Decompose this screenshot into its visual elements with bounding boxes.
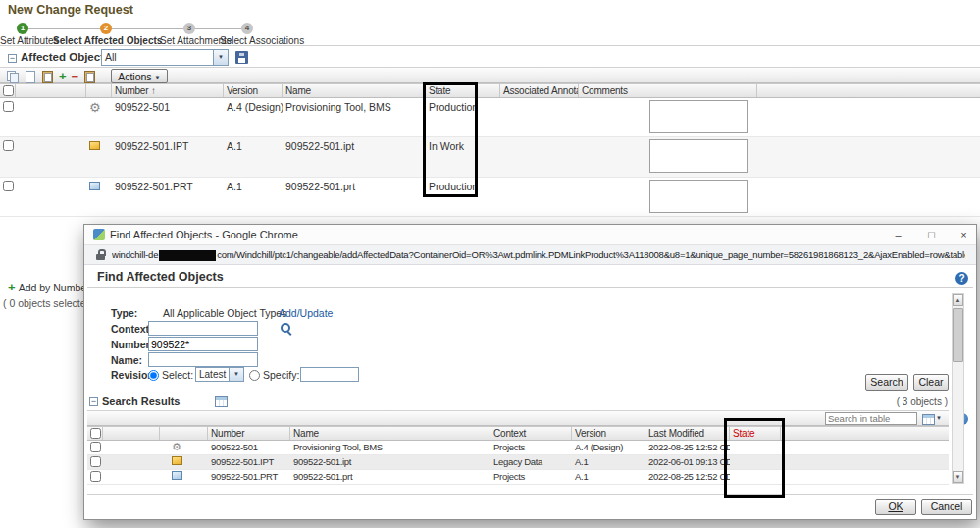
window-title-bar[interactable]: Find Affected Objects - Google Chrome – …	[84, 225, 976, 245]
comments-textarea[interactable]	[649, 180, 748, 213]
part-gear-icon: ⚙	[89, 101, 101, 114]
help-icon[interactable]: ?	[955, 272, 968, 285]
dialog-scrollbar[interactable]: ▲ ▼	[952, 293, 964, 484]
clear-button[interactable]: Clear	[913, 374, 949, 391]
table-row: 909522-501.PRT A.1 909522-501.prt Produc…	[0, 178, 980, 217]
row-checkbox[interactable]	[3, 181, 14, 191]
specify-label: Specify:	[263, 369, 299, 381]
column-header-number[interactable]: Number ↑	[112, 84, 224, 97]
search-results-section-title: Search Results	[102, 396, 180, 407]
number-input[interactable]	[148, 337, 258, 351]
add-update-link[interactable]: Add/Update	[279, 307, 333, 319]
column-header-name[interactable]: Name	[283, 84, 426, 97]
scrollbar-thumb[interactable]	[953, 308, 963, 362]
new-document-icon[interactable]	[24, 70, 36, 82]
sort-ascending-icon[interactable]: ↑	[151, 85, 156, 96]
scroll-down-arrow[interactable]: ▼	[953, 471, 963, 483]
comments-textarea[interactable]	[649, 100, 748, 133]
row-checkbox[interactable]	[3, 140, 14, 151]
row-checkbox[interactable]	[90, 442, 101, 452]
context-input[interactable]	[148, 321, 258, 336]
paste-special-icon[interactable]	[83, 70, 96, 82]
close-button[interactable]: ×	[956, 228, 971, 242]
comments-textarea[interactable]	[649, 139, 748, 173]
column-header-last-modified[interactable]: Last Modified	[645, 427, 730, 440]
column-header-comments[interactable]: Comments	[579, 84, 757, 97]
url-text[interactable]: windchill-decom/Windchill/ptc1/changeabl…	[112, 249, 965, 261]
results-table-row[interactable]: ⚙ 909522-501 Provisioning Tool, BMS Proj…	[87, 441, 949, 455]
row-spacer	[103, 470, 160, 472]
view-dropdown-value: All	[102, 50, 213, 65]
remove-object-icon[interactable]: −	[72, 70, 79, 82]
search-results-collapse-toggle[interactable]: −	[89, 397, 98, 406]
copy-icon[interactable]	[6, 70, 19, 82]
header-icon-column	[160, 427, 208, 440]
dialog-title: Find Affected Objects	[97, 270, 224, 284]
search-button[interactable]: Search	[865, 374, 908, 391]
wizard-step-1[interactable]: 1	[17, 23, 28, 34]
wizard-step-3[interactable]: 3	[183, 23, 195, 34]
column-header-version[interactable]: Version	[572, 427, 645, 440]
revision-specify-radio[interactable]	[249, 370, 260, 381]
wizard-step-3-number: 3	[187, 24, 191, 32]
cell-name: 909522-501.ipt	[290, 455, 490, 468]
cell-version: A.4 (Design)	[572, 441, 645, 453]
actions-menu-button[interactable]: Actions ▼	[111, 69, 167, 83]
column-header-version[interactable]: Version	[224, 84, 283, 97]
column-header-number-label: Number	[115, 85, 148, 96]
maximize-button[interactable]: □	[924, 228, 939, 242]
cancel-button[interactable]: Cancel	[921, 499, 972, 515]
table-row: ⚙ 909522-501 A.4 (Design) Provisioning T…	[0, 98, 980, 137]
revision-select-radio[interactable]	[148, 370, 159, 381]
specify-input[interactable]	[300, 367, 359, 382]
column-header-associated-annotations[interactable]: Associated Annotations	[500, 84, 579, 97]
cell-name: 909522-501.prt	[283, 178, 426, 195]
select-all-checkbox[interactable]	[3, 85, 14, 96]
wizard-connector-line	[23, 28, 247, 29]
results-table-row[interactable]: 909522-501.PRT 909522-501.prt Projects A…	[87, 470, 949, 485]
state-column-highlight-box	[423, 82, 478, 197]
search-in-table-input[interactable]	[825, 412, 917, 425]
cell-version: A.1	[572, 455, 645, 468]
affected-objects-collapse-toggle[interactable]: −	[8, 54, 17, 63]
revision-dropdown[interactable]: Latest ▼	[195, 367, 244, 382]
minimize-button[interactable]: –	[891, 228, 905, 242]
row-spacer	[103, 455, 160, 457]
add-by-number-link[interactable]: + Add by Number	[8, 281, 90, 293]
row-checkbox[interactable]	[3, 101, 14, 112]
wizard-step-4-number: 4	[245, 24, 249, 32]
wizard-step-4[interactable]: 4	[241, 23, 253, 34]
row-spacer	[103, 441, 160, 443]
row-checkbox[interactable]	[90, 456, 101, 467]
address-bar[interactable]: windchill-decom/Windchill/ptc1/changeabl…	[84, 245, 976, 265]
wizard-step-2[interactable]: 2	[100, 23, 112, 34]
name-input[interactable]	[148, 352, 258, 367]
cell-annotations	[500, 98, 579, 104]
select-all-checkbox-cell	[87, 427, 103, 440]
cell-context: Projects	[490, 470, 572, 483]
row-spacer	[16, 98, 86, 104]
add-by-number-label: Add by Number	[19, 282, 90, 293]
chevron-down-icon[interactable]: ▼	[229, 368, 243, 381]
row-checkbox[interactable]	[90, 471, 101, 482]
select-all-checkbox[interactable]	[90, 428, 101, 439]
column-header-number[interactable]: Number	[208, 427, 290, 440]
results-table-row[interactable]: 909522-501.IPT 909522-501.ipt Legacy Dat…	[87, 455, 949, 470]
column-header-name[interactable]: Name	[290, 427, 490, 440]
chevron-down-icon[interactable]: ▼	[936, 415, 942, 421]
view-dropdown[interactable]: All ▼	[101, 49, 229, 66]
table-icon	[215, 396, 228, 407]
ok-button[interactable]: OK	[875, 499, 916, 515]
header-spacer	[103, 427, 160, 440]
paste-icon[interactable]	[41, 70, 54, 82]
column-header-context[interactable]: Context	[490, 427, 572, 440]
chevron-down-icon[interactable]: ▼	[213, 50, 228, 65]
save-view-icon[interactable]	[235, 51, 248, 64]
add-icon: +	[8, 280, 16, 294]
header-icon-column	[86, 84, 112, 97]
add-object-icon[interactable]: +	[59, 70, 67, 82]
scroll-up-arrow[interactable]: ▲	[953, 294, 963, 306]
context-search-icon[interactable]	[280, 322, 291, 334]
part-gear-icon: ⚙	[172, 442, 181, 452]
view-selector-icon[interactable]	[922, 414, 935, 425]
